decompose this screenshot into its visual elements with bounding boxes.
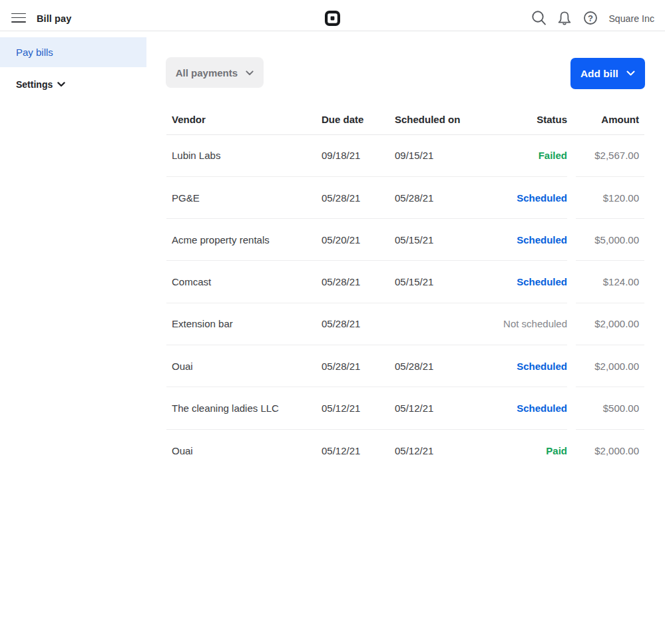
svg-text:?: ? bbox=[588, 13, 593, 23]
